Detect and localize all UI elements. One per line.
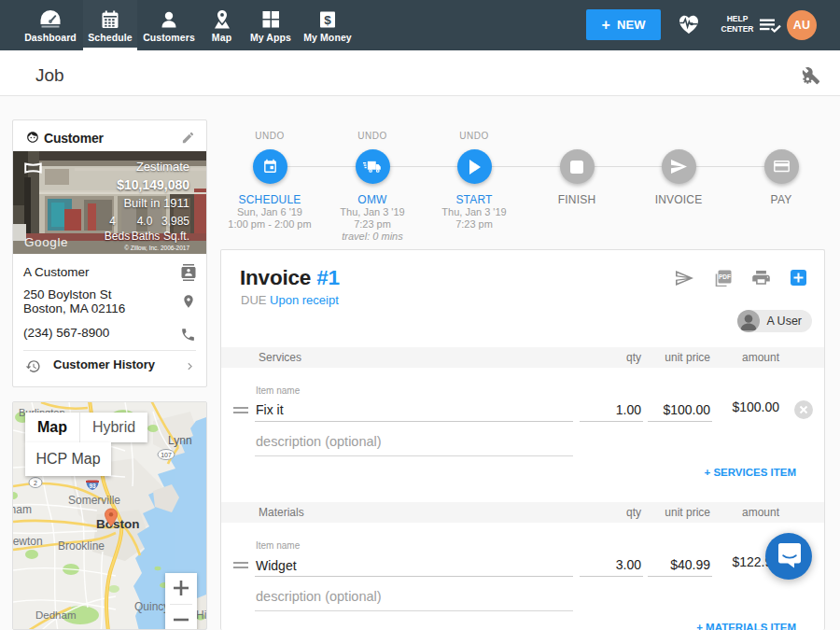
svg-text:Dedham: Dedham	[35, 609, 76, 621]
svg-text:Waltham: Waltham	[13, 503, 32, 516]
svg-text:Newton: Newton	[13, 535, 43, 548]
svg-text:Brookline: Brookline	[58, 539, 105, 553]
svg-text:PDF: PDF	[719, 273, 731, 280]
svg-text:2: 2	[34, 480, 37, 486]
svg-text:Hingham: Hingham	[196, 609, 206, 622]
svg-text:Lynn: Lynn	[168, 434, 192, 447]
svg-text:Somerville: Somerville	[68, 494, 120, 507]
svg-text:Quincy: Quincy	[134, 600, 169, 613]
svg-text:$: $	[324, 13, 331, 27]
svg-text:Boston: Boston	[96, 517, 140, 531]
svg-text:93: 93	[89, 483, 96, 489]
svg-text:107: 107	[161, 452, 172, 458]
